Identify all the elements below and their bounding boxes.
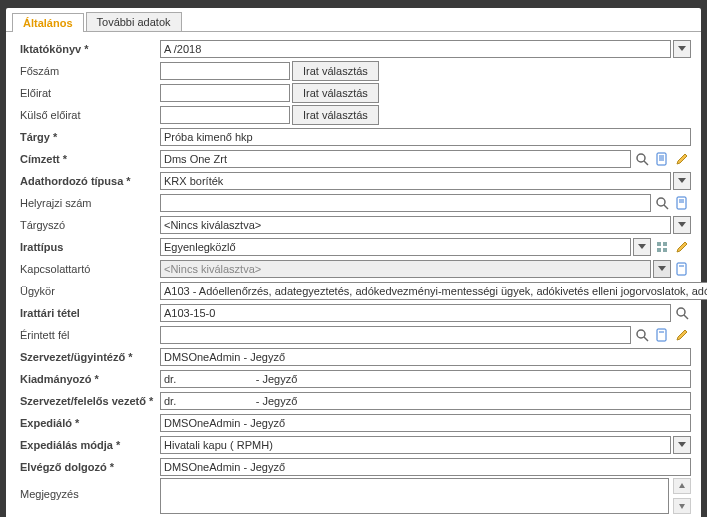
- document-icon[interactable]: [673, 194, 691, 212]
- input-expedialo[interactable]: [160, 414, 691, 432]
- label-eloirat: Előirat: [20, 87, 160, 99]
- input-elvegzo[interactable]: [160, 458, 691, 476]
- chevron-down-icon[interactable]: [633, 238, 651, 256]
- select-expmod[interactable]: Hivatali kapu ( RPMH): [160, 436, 671, 454]
- document-icon[interactable]: [653, 326, 671, 344]
- svg-line-7: [664, 205, 668, 209]
- input-szervfel[interactable]: [160, 392, 691, 410]
- chevron-down-icon[interactable]: [653, 260, 671, 278]
- svg-rect-8: [677, 197, 686, 209]
- input-targy[interactable]: [160, 128, 691, 146]
- label-foszam: Főszám: [20, 65, 160, 77]
- label-kiad: Kiadmányozó *: [20, 373, 160, 385]
- arrow-down-icon[interactable]: [673, 498, 691, 514]
- label-irattari: Irattári tétel: [20, 307, 160, 319]
- svg-rect-14: [663, 248, 667, 252]
- input-helyrajzi[interactable]: [160, 194, 651, 212]
- label-irattipus: Irattípus: [20, 241, 160, 253]
- svg-line-1: [644, 161, 648, 165]
- label-szervfel: Szervezet/felelős vezető *: [20, 395, 160, 407]
- label-targyszo: Tárgyszó: [20, 219, 160, 231]
- tab-other[interactable]: További adatok: [86, 12, 182, 31]
- textarea-megjegyzes[interactable]: [160, 478, 669, 514]
- tab-general[interactable]: Általános: [12, 13, 84, 32]
- label-erintett: Érintett fél: [20, 329, 160, 341]
- chevron-down-icon[interactable]: [673, 436, 691, 454]
- document-icon[interactable]: [653, 150, 671, 168]
- label-targy: Tárgy *: [20, 131, 160, 143]
- input-kiad[interactable]: [160, 370, 691, 388]
- search-icon[interactable]: [633, 150, 651, 168]
- chevron-down-icon[interactable]: [673, 40, 691, 58]
- svg-rect-11: [657, 242, 661, 246]
- select-irattipus[interactable]: Egyenlegközlő: [160, 238, 631, 256]
- label-kulso: Külső előirat: [20, 109, 160, 121]
- svg-rect-12: [663, 242, 667, 246]
- select-iktatokonyv[interactable]: A /2018: [160, 40, 671, 58]
- search-icon[interactable]: [673, 304, 691, 322]
- input-erintett[interactable]: [160, 326, 631, 344]
- svg-point-6: [657, 198, 665, 206]
- svg-point-0: [637, 154, 645, 162]
- grid-icon[interactable]: [653, 238, 671, 256]
- label-megjegyzes: Megjegyzés: [20, 478, 160, 500]
- search-icon[interactable]: [653, 194, 671, 212]
- label-szervugy: Szervezet/ügyintéző *: [20, 351, 160, 363]
- label-expedialo: Expediáló *: [20, 417, 160, 429]
- pencil-icon[interactable]: [673, 150, 691, 168]
- input-foszam[interactable]: [160, 62, 290, 80]
- svg-point-19: [677, 308, 685, 316]
- label-helyrajzi: Helyrajzi szám: [20, 197, 160, 209]
- select-kapcs[interactable]: <Nincs kiválasztva>: [160, 260, 651, 278]
- svg-line-22: [644, 337, 648, 341]
- label-ugykor: Ügykör: [20, 285, 160, 297]
- label-adathordozo: Adathordozó típusa *: [20, 175, 160, 187]
- document-icon[interactable]: [673, 260, 691, 278]
- label-kapcs: Kapcsolattartó: [20, 263, 160, 275]
- input-cimzett[interactable]: [160, 150, 631, 168]
- chevron-down-icon[interactable]: [673, 216, 691, 234]
- pencil-icon[interactable]: [673, 238, 691, 256]
- input-kulso[interactable]: [160, 106, 290, 124]
- label-expmod: Expediálás módja *: [20, 439, 160, 451]
- svg-rect-23: [657, 329, 666, 341]
- arrow-up-icon[interactable]: [673, 478, 691, 494]
- svg-rect-15: [677, 263, 686, 275]
- select-adathordozo[interactable]: KRX boríték: [160, 172, 671, 190]
- search-icon[interactable]: [633, 326, 651, 344]
- select-targyszo[interactable]: <Nincs kiválasztva>: [160, 216, 671, 234]
- chevron-down-icon[interactable]: [673, 172, 691, 190]
- label-iktatokonyv: Iktatókönyv *: [20, 43, 160, 55]
- svg-point-21: [637, 330, 645, 338]
- btn-iratvalasztas-3[interactable]: Irat választás: [292, 105, 379, 125]
- label-elvegzo: Elvégző dolgozó *: [20, 461, 160, 473]
- label-cimzett: Címzett *: [20, 153, 160, 165]
- input-szervugy[interactable]: [160, 348, 691, 366]
- svg-line-20: [684, 315, 688, 319]
- input-eloirat[interactable]: [160, 84, 290, 102]
- svg-rect-2: [657, 153, 666, 165]
- btn-iratvalasztas-2[interactable]: Irat választás: [292, 83, 379, 103]
- pencil-icon[interactable]: [673, 326, 691, 344]
- btn-iratvalasztas-1[interactable]: Irat választás: [292, 61, 379, 81]
- input-ugykor[interactable]: A103 - Adóellenőrzés, adategyeztetés, ad…: [160, 282, 707, 300]
- input-irattari[interactable]: [160, 304, 671, 322]
- svg-rect-13: [657, 248, 661, 252]
